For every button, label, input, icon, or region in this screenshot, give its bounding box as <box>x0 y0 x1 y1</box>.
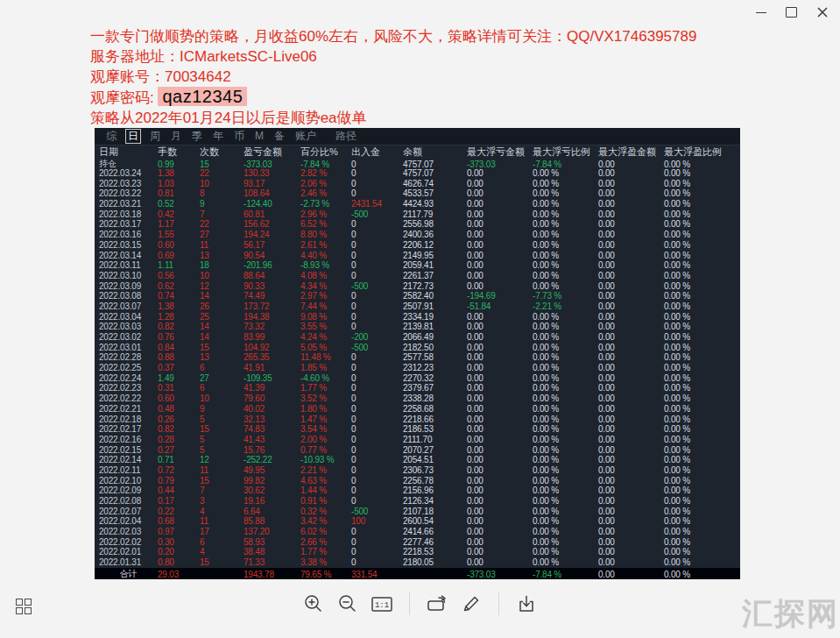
tab-monthly[interactable]: 月 <box>169 130 183 143</box>
tab-quarterly[interactable]: 季 <box>190 130 204 143</box>
zoom-in-button[interactable] <box>302 592 325 615</box>
table-cell: 0.00 <box>598 557 664 567</box>
table-row[interactable]: 2022.03.020.761483.994.24 %-2002066.490.… <box>95 332 740 343</box>
table-row[interactable]: 2022.02.100.791599.824.63 %02256.780.000… <box>95 475 740 486</box>
column-header: 盈亏金额 <box>244 145 300 159</box>
table-cell: 0.00 <box>467 240 533 250</box>
table-cell: 0 <box>351 486 403 495</box>
table-cell: 0.00 <box>598 465 664 475</box>
table-cell: 0.00 <box>598 240 664 250</box>
table-row[interactable]: 持仓0.9915-373.03-7.84 %04757.07-373.03-7.… <box>95 158 740 168</box>
close-button[interactable] <box>807 1 837 24</box>
rotate-button[interactable] <box>426 592 448 615</box>
table-row[interactable]: 2022.03.080.741474.492.97 %02582.40-194.… <box>95 291 740 301</box>
table-cell: 0.00 % <box>533 496 598 506</box>
tab-daily[interactable]: 日 <box>125 129 141 144</box>
promo-line-note: 策略从2022年01月24日以后是顺势ea做单 <box>90 108 696 128</box>
table-row[interactable]: 2022.02.030.9717137.206.02 %02414.660.00… <box>95 527 740 537</box>
table-cell: -10.93 % <box>300 455 351 464</box>
table-row[interactable]: 2022.03.041.2825194.389.08 %02334.190.00… <box>95 311 740 322</box>
table-cell: 4 <box>200 547 244 556</box>
table-row[interactable]: 2022.02.160.28541.432.00 %02111.700.000.… <box>95 435 740 445</box>
table-cell: 25 <box>200 312 244 322</box>
table-row[interactable]: 2022.02.230.31641.391.77 %02379.670.000.… <box>95 383 740 393</box>
table-cell: 0.00 % <box>533 537 598 547</box>
table-row[interactable]: 2022.02.150.27515.760.77 %02070.270.000.… <box>95 444 740 455</box>
zoom-out-button[interactable] <box>336 592 359 615</box>
table-cell: 0.88 <box>158 352 200 362</box>
table-row[interactable]: 2022.02.110.721149.952.21 %02306.730.000… <box>95 465 740 476</box>
table-row[interactable]: 2022.03.180.42760.812.96 %-5002117.790.0… <box>95 209 740 219</box>
table-row[interactable]: 2022.03.171.1722156.626.52 %02556.980.00… <box>95 219 740 230</box>
table-cell: 60.81 <box>244 209 300 219</box>
table-cell: 0 <box>351 496 403 506</box>
column-header: 最大浮亏金额 <box>467 145 533 159</box>
table-cell: 0.00 % <box>664 168 740 178</box>
table-cell: 38.48 <box>244 547 300 556</box>
table-row[interactable]: 2022.03.030.821473.323.55 %02139.810.000… <box>95 322 740 332</box>
table-row[interactable]: 2022.02.280.8813265.3511.48 %02577.580.0… <box>95 352 740 363</box>
table-row[interactable]: 2022.03.210.529-124.40-2.73 %2431.544424… <box>95 199 740 209</box>
tab-account[interactable]: 账户 <box>293 130 318 143</box>
tab-m[interactable]: M <box>253 130 265 143</box>
table-cell: 2022.03.02 <box>99 332 158 342</box>
table-totals-row[interactable]: 合计29.031943.7879.65 %331.54-373.03-7.84 … <box>95 568 740 579</box>
table-cell: 4.34 % <box>300 281 351 291</box>
tab-weekly[interactable]: 周 <box>148 130 162 143</box>
table-cell: 0.76 <box>158 332 200 342</box>
table-cell: 2277.46 <box>403 537 467 547</box>
tab-currency[interactable]: 币 <box>232 130 246 143</box>
table-row[interactable]: 2022.03.241.3822130.332.82 %04757.070.00… <box>95 168 740 179</box>
table-row[interactable]: 2022.03.161.5527194.248.80 %02400.360.00… <box>95 230 740 240</box>
table-row[interactable]: 2022.03.010.8415104.925.05 %-5002182.500… <box>95 342 740 352</box>
table-cell: 11 <box>200 465 244 475</box>
tab-yearly[interactable]: 年 <box>211 130 225 143</box>
promo-line-account: 观摩账号：70034642 <box>90 67 696 87</box>
table-row[interactable]: 2022.03.150.601156.172.61 %02206.120.000… <box>95 240 740 251</box>
table-row[interactable]: 2022.02.140.7112-252.22-10.93 %02054.510… <box>95 455 740 465</box>
table-row[interactable]: 2022.02.040.681185.883.42 %1002600.540.0… <box>95 516 740 527</box>
table-row[interactable]: 2022.03.100.561088.644.08 %02261.370.000… <box>95 271 740 281</box>
table-cell: 0.00 <box>598 160 664 169</box>
table-row[interactable]: 2022.03.220.818108.642.46 %04533.570.000… <box>95 188 740 199</box>
table-cell: 0.00 <box>598 343 664 352</box>
table-row[interactable]: 2022.02.241.4927-109.35-4.60 %02270.320.… <box>95 372 740 383</box>
table-row[interactable]: 2022.02.010.20438.481.77 %02218.530.000.… <box>95 547 740 557</box>
table-row[interactable]: 2022.02.180.26532.131.47 %02218.660.000.… <box>95 414 740 424</box>
table-cell: 0.00 <box>467 486 533 495</box>
download-button[interactable] <box>515 592 538 615</box>
table-row[interactable]: 2022.02.080.17319.160.91 %02126.340.000.… <box>95 496 740 507</box>
table-cell: 3 <box>200 496 244 506</box>
table-row[interactable]: 2022.02.210.48940.021.80 %02258.680.000.… <box>95 404 740 415</box>
table-cell: 2022.03.14 <box>99 251 158 260</box>
edit-button[interactable] <box>460 592 483 615</box>
table-cell: 79.65 % <box>300 570 351 579</box>
table-row[interactable]: 2022.02.090.44730.621.44 %02156.960.000.… <box>95 486 740 496</box>
table-cell: 0.00 % <box>664 199 740 209</box>
table-row[interactable]: 2022.03.111.1118-201.96-8.93 %02059.410.… <box>95 260 740 271</box>
tab-summary[interactable]: 综 <box>104 130 118 143</box>
tab-path[interactable]: 路径 <box>334 130 358 143</box>
table-row[interactable]: 2022.03.140.691390.544.40 %02149.950.000… <box>95 250 740 260</box>
table-cell: 79.60 <box>244 393 300 403</box>
table-row[interactable]: 2022.03.071.3826173.727.44 %02507.91-51.… <box>95 301 740 312</box>
table-cell: 2022.03.03 <box>99 322 158 331</box>
table-cell: -200 <box>351 332 403 342</box>
table-cell: 0.00 <box>598 281 664 291</box>
table-cell: 0.00 <box>467 281 533 291</box>
table-row[interactable]: 2022.02.070.2246.640.32 %-5002107.180.00… <box>95 506 740 516</box>
table-row[interactable]: 2022.01.310.801571.333.38 %02180.050.000… <box>95 557 740 568</box>
table-cell: 0.00 % <box>664 465 740 475</box>
minimize-button[interactable] <box>745 1 776 24</box>
table-row[interactable]: 2022.02.020.30658.932.66 %02277.460.000.… <box>95 536 740 547</box>
actual-size-button[interactable]: 1:1 <box>371 592 393 615</box>
table-cell: 0.72 <box>158 465 200 475</box>
table-row[interactable]: 2022.03.090.621290.334.34 %-5002172.730.… <box>95 280 740 291</box>
table-row[interactable]: 2022.02.220.601079.603.52 %02338.280.000… <box>95 393 740 404</box>
table-row[interactable]: 2022.02.170.821574.833.54 %02186.530.000… <box>95 424 740 435</box>
table-row[interactable]: 2022.02.250.37641.911.85 %02312.230.000.… <box>95 363 740 373</box>
table-cell: 0.00 % <box>664 291 740 301</box>
maximize-button[interactable] <box>776 1 807 24</box>
table-row[interactable]: 2022.03.231.031093.172.06 %04626.740.000… <box>95 178 740 188</box>
tab-notes[interactable]: 备 <box>272 130 286 143</box>
